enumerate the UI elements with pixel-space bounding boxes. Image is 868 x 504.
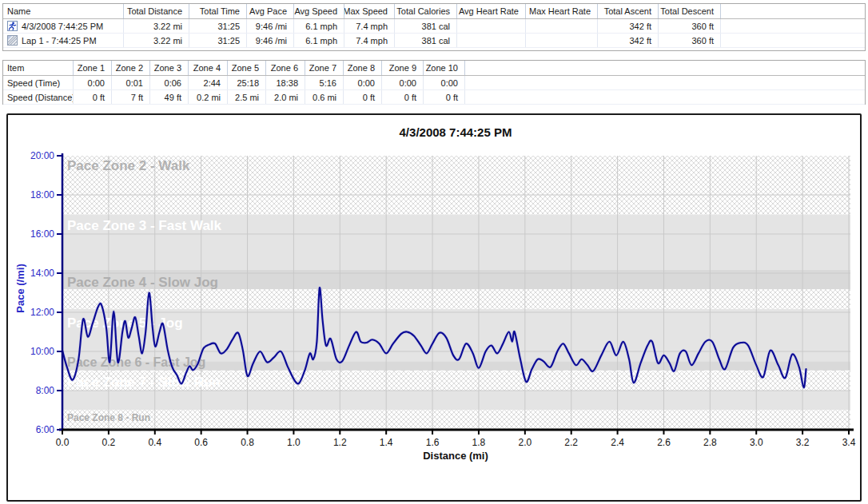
svg-text:3.2: 3.2 xyxy=(796,437,810,448)
zones-col-zone-3[interactable]: Zone 3 xyxy=(150,61,189,75)
summary-row-0-value-3: 6.1 mph xyxy=(294,19,344,33)
summary-col-avg-pace[interactable]: Avg Pace xyxy=(247,4,294,18)
zones-header-filler xyxy=(465,61,865,75)
zone-label-8: Pace Zone 8 - Run xyxy=(67,412,150,423)
zones-header-row: ItemZone 1Zone 2Zone 3Zone 4Zone 5Zone 6… xyxy=(3,61,865,76)
svg-text:1.2: 1.2 xyxy=(333,437,347,448)
zones-col-zone-1[interactable]: Zone 1 xyxy=(74,61,112,75)
summary-col-avg-heart-rate[interactable]: Avg Heart Rate xyxy=(457,4,526,18)
summary-header-filler xyxy=(721,4,865,18)
svg-text:16:00: 16:00 xyxy=(30,228,54,240)
svg-text:2.2: 2.2 xyxy=(564,437,578,448)
zones-row-1-value-4: 2.5 mi xyxy=(228,90,266,104)
svg-text:2.6: 2.6 xyxy=(657,437,671,448)
summary-row-1-value-9: 360 ft xyxy=(659,34,721,47)
zones-row-0-value-6: 5:16 xyxy=(305,76,344,89)
summary-row-filler xyxy=(721,34,865,47)
zones-row-0-value-2: 0:06 xyxy=(150,76,189,89)
pace-chart-panel[interactable]: Pace Zone 2 - WalkPace Zone 3 - Fast Wal… xyxy=(6,113,862,502)
zones-row-0-value-8: 0:00 xyxy=(382,76,424,89)
summary-col-max-heart-rate[interactable]: Max Heart Rate xyxy=(526,4,598,18)
summary-col-name[interactable]: Name xyxy=(3,4,124,18)
zone-label-0: Pace Zone 2 - Walk xyxy=(67,158,190,173)
summary-row-0-value-5: 381 cal xyxy=(395,19,457,33)
summary-row-1[interactable]: Lap 1 - 7:44:25 PM3.22 mi31:259:46 /mi6.… xyxy=(3,34,865,48)
zones-row-1-value-8: 0 ft xyxy=(382,90,424,104)
svg-text:2.0: 2.0 xyxy=(518,437,532,448)
zones-col-zone-9[interactable]: Zone 9 xyxy=(382,61,424,75)
summary-col-avg-speed[interactable]: Avg Speed xyxy=(294,4,344,18)
svg-text:2.8: 2.8 xyxy=(703,437,717,448)
zones-row-1-value-6: 0.6 mi xyxy=(305,90,344,104)
summary-row-1-value-6 xyxy=(457,34,526,47)
zones-row-0-value-0: 0:00 xyxy=(74,76,112,89)
zones-row-1-value-0: 0 ft xyxy=(74,90,112,104)
zones-col-zone-2[interactable]: Zone 2 xyxy=(112,61,150,75)
svg-text:0.8: 0.8 xyxy=(241,437,254,448)
summary-row-filler xyxy=(721,19,865,33)
zones-col-zone-6[interactable]: Zone 6 xyxy=(266,61,305,75)
summary-row-0-name: 4/3/2008 7:44:25 PM xyxy=(3,19,124,33)
summary-row-0-value-4: 7.4 mph xyxy=(344,19,395,33)
summary-col-total-distance[interactable]: Total Distance xyxy=(124,4,189,18)
svg-text:0.6: 0.6 xyxy=(194,437,208,448)
svg-text:2.4: 2.4 xyxy=(611,437,624,448)
pace-chart-svg[interactable]: Pace Zone 2 - WalkPace Zone 3 - Fast Wal… xyxy=(8,115,860,500)
pace-zones-table: ItemZone 1Zone 2Zone 3Zone 4Zone 5Zone 6… xyxy=(2,60,866,105)
zones-col-zone-8[interactable]: Zone 8 xyxy=(344,61,382,75)
summary-row-0-value-8: 342 ft xyxy=(598,19,659,33)
zone-label-6: Pace Zone 7 - Slow Run xyxy=(67,375,221,390)
summary-row-0-value-7 xyxy=(526,19,598,33)
svg-text:3.0: 3.0 xyxy=(750,437,763,448)
zones-row-1-value-9: 0 ft xyxy=(424,90,465,104)
svg-text:6:00: 6:00 xyxy=(36,424,55,435)
summary-row-0-value-9: 360 ft xyxy=(659,19,721,33)
zones-col-zone-7[interactable]: Zone 7 xyxy=(305,61,344,75)
zones-row-1[interactable]: Speed (Distance)0 ft7 ft49 ft0.2 mi2.5 m… xyxy=(3,90,865,105)
zones-row-0-name: Speed (Time) xyxy=(3,76,74,89)
zones-row-1-value-1: 7 ft xyxy=(112,90,150,104)
chart-title: 4/3/2008 7:44:25 PM xyxy=(400,125,512,139)
summary-col-total-descent[interactable]: Total Descent xyxy=(659,4,721,18)
svg-text:14:00: 14:00 xyxy=(30,268,54,279)
zones-col-zone-5[interactable]: Zone 5 xyxy=(228,61,266,75)
summary-col-max-speed[interactable]: Max Speed xyxy=(344,4,395,18)
zones-row-0-value-5: 18:38 xyxy=(266,76,305,89)
zones-col-zone-10[interactable]: Zone 10 xyxy=(424,61,465,75)
svg-text:10:00: 10:00 xyxy=(30,346,54,357)
lap-icon xyxy=(7,35,18,46)
svg-text:1.6: 1.6 xyxy=(426,437,440,448)
summary-col-total-calories[interactable]: Total Calories xyxy=(395,4,457,18)
zones-row-0-value-7: 0:00 xyxy=(344,76,382,89)
summary-row-1-value-4: 7.4 mph xyxy=(344,34,395,47)
svg-text:1.4: 1.4 xyxy=(380,437,393,448)
zones-row-filler xyxy=(465,76,865,89)
summary-row-0-value-6 xyxy=(457,19,526,33)
summary-row-1-name: Lap 1 - 7:44:25 PM xyxy=(3,34,124,47)
summary-row-0-value-1: 31:25 xyxy=(189,19,247,33)
summary-row-0[interactable]: 4/3/2008 7:44:25 PM3.22 mi31:259:46 /mi6… xyxy=(3,19,865,34)
svg-text:3.4: 3.4 xyxy=(842,437,856,448)
zones-col-item[interactable]: Item xyxy=(3,61,74,75)
svg-text:0.0: 0.0 xyxy=(56,437,70,448)
svg-text:0.2: 0.2 xyxy=(102,437,116,448)
zones-row-1-value-2: 49 ft xyxy=(150,90,189,104)
summary-col-total-time[interactable]: Total Time xyxy=(189,4,247,18)
zone-label-2: Pace Zone 4 - Slow Jog xyxy=(67,275,218,290)
x-axis-title: Distance (mi) xyxy=(423,450,488,462)
summary-row-1-value-0: 3.22 mi xyxy=(124,34,189,47)
summary-row-1-value-5: 381 cal xyxy=(395,34,457,47)
zone-label-1: Pace Zone 3 - Fast Walk xyxy=(67,218,222,233)
svg-text:0.4: 0.4 xyxy=(148,437,161,448)
summary-col-total-ascent[interactable]: Total Ascent xyxy=(598,4,659,18)
zones-row-0[interactable]: Speed (Time)0:000:010:062:4425:1818:385:… xyxy=(3,76,865,90)
zones-row-filler xyxy=(465,90,865,104)
y-axis-title: Pace (/mi) xyxy=(14,264,26,312)
y-axis-ticks: 6:008:0010:0012:0014:0016:0018:0020:00 xyxy=(30,150,62,435)
zones-col-zone-4[interactable]: Zone 4 xyxy=(189,61,228,75)
svg-text:18:00: 18:00 xyxy=(30,189,54,200)
zones-row-1-value-7: 0 ft xyxy=(344,90,382,104)
zones-row-1-value-3: 0.2 mi xyxy=(189,90,228,104)
summary-row-0-value-2: 9:46 /mi xyxy=(247,19,294,33)
zone-label-5: Pace Zone 6 - Fast Jog xyxy=(67,355,205,369)
